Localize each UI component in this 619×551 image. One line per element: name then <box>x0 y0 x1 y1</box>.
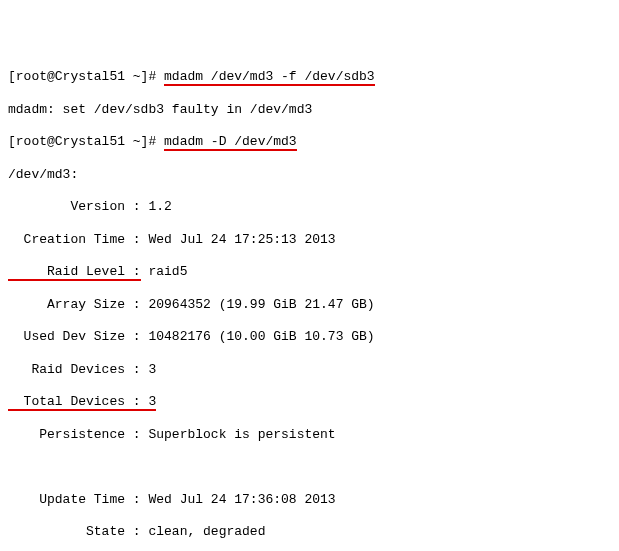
output-faulty-set: mdadm: set /dev/sdb3 faulty in /dev/md3 <box>8 102 611 118</box>
kv-val: 20964352 (19.99 GiB 21.47 GB) <box>148 297 374 312</box>
kv-creation-time: Creation Time : Wed Jul 24 17:25:13 2013 <box>8 232 611 248</box>
kv-total-devices: Total Devices : 3 <box>8 394 611 410</box>
kv-state: State : clean, degraded <box>8 524 611 540</box>
kv-key: Raid Devices : <box>8 362 148 377</box>
kv-key: State : <box>8 524 148 539</box>
prompt-line-1: [root@Crystal51 ~]# mdadm /dev/md3 -f /d… <box>8 69 611 85</box>
kv-key: Creation Time : <box>8 232 148 247</box>
kv-key: Version : <box>8 199 148 214</box>
kv-val: Wed Jul 24 17:36:08 2013 <box>148 492 335 507</box>
kv-version: Version : 1.2 <box>8 199 611 215</box>
kv-val: clean, degraded <box>148 524 265 539</box>
blank <box>8 459 611 475</box>
kv-update-time: Update Time : Wed Jul 24 17:36:08 2013 <box>8 492 611 508</box>
kv-key-total-devices: Total Devices : <box>8 394 148 411</box>
kv-key: Used Dev Size : <box>8 329 148 344</box>
cmd-fault: mdadm /dev/md3 -f /dev/sdb3 <box>164 69 375 86</box>
kv-val: 10482176 (10.00 GiB 10.73 GB) <box>148 329 374 344</box>
kv-val: raid5 <box>141 264 188 279</box>
cmd-detail: mdadm -D /dev/md3 <box>164 134 297 151</box>
kv-key: Array Size : <box>8 297 148 312</box>
kv-used-dev-size: Used Dev Size : 10482176 (10.00 GiB 10.7… <box>8 329 611 345</box>
prompt-prefix: [root@Crystal51 ~]# <box>8 134 164 149</box>
kv-persistence: Persistence : Superblock is persistent <box>8 427 611 443</box>
kv-val: 3 <box>148 362 156 377</box>
kv-val: 1.2 <box>148 199 171 214</box>
kv-raid-devices: Raid Devices : 3 <box>8 362 611 378</box>
prompt-line-2: [root@Crystal51 ~]# mdadm -D /dev/md3 <box>8 134 611 150</box>
kv-key: Persistence : <box>8 427 148 442</box>
prompt-prefix: [root@Crystal51 ~]# <box>8 69 164 84</box>
kv-raid-level: Raid Level : raid5 <box>8 264 611 280</box>
kv-val: Superblock is persistent <box>148 427 335 442</box>
kv-val: Wed Jul 24 17:25:13 2013 <box>148 232 335 247</box>
kv-val-total-devices: 3 <box>148 394 156 411</box>
device-header: /dev/md3: <box>8 167 611 183</box>
kv-array-size: Array Size : 20964352 (19.99 GiB 21.47 G… <box>8 297 611 313</box>
kv-key: Update Time : <box>8 492 148 507</box>
kv-key-raid-level: Raid Level : <box>8 264 141 281</box>
